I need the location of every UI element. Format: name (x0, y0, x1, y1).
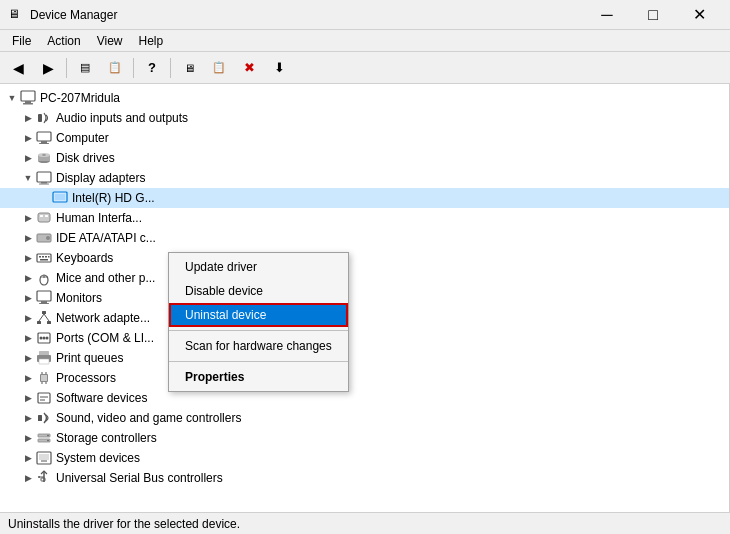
icon-storage (36, 430, 52, 446)
tree-item-storage[interactable]: ▶ Storage controllers (0, 428, 729, 448)
expand-print[interactable]: ▶ (20, 350, 36, 366)
expand-ports[interactable]: ▶ (20, 330, 36, 346)
tree-item-keyboards[interactable]: ▶ Keyboards (0, 248, 729, 268)
ctx-update-driver[interactable]: Update driver (169, 255, 348, 279)
svg-rect-33 (42, 311, 46, 314)
tree-label-root: PC-207Mridula (40, 91, 120, 105)
svg-rect-46 (41, 375, 47, 381)
tree-item-computer[interactable]: ▶ Computer (0, 128, 729, 148)
list-button[interactable]: ▤ (71, 55, 99, 81)
expand-sound[interactable]: ▶ (20, 410, 36, 426)
main-panel: ▼ PC-207Mridula ▶ Audio inputs and o (0, 84, 730, 512)
menu-view[interactable]: View (89, 32, 131, 50)
maximize-button[interactable]: □ (630, 0, 676, 30)
svg-rect-32 (39, 303, 49, 304)
tree-item-network[interactable]: ▶ Network adapte... (0, 308, 729, 328)
ctx-properties[interactable]: Properties (169, 365, 348, 389)
properties-button[interactable]: 📋 (101, 55, 129, 81)
tree-item-ide[interactable]: ▶ IDE ATA/ATAPI c... (0, 228, 729, 248)
svg-rect-5 (41, 141, 47, 143)
icon-processor (36, 370, 52, 386)
svg-rect-21 (37, 254, 51, 262)
expand-audio[interactable]: ▶ (20, 110, 36, 126)
device-tree[interactable]: ▼ PC-207Mridula ▶ Audio inputs and o (0, 84, 730, 512)
tree-label-ide: IDE ATA/ATAPI c... (56, 231, 156, 245)
tree-label-processors: Processors (56, 371, 116, 385)
tree-item-usb[interactable]: ▶ Universal Serial Bus controllers (0, 468, 729, 488)
tree-item-intel-gpu[interactable]: Intel(R) HD G... (0, 188, 729, 208)
expand-root[interactable]: ▼ (4, 90, 20, 106)
expand-display[interactable]: ▼ (20, 170, 36, 186)
icon-mouse (36, 270, 52, 286)
forward-button[interactable]: ▶ (34, 55, 62, 81)
icon-audio (36, 110, 52, 126)
svg-point-57 (47, 435, 49, 437)
svg-rect-18 (45, 215, 48, 217)
icon-ports (36, 330, 52, 346)
tree-item-monitors[interactable]: ▶ Monitors (0, 288, 729, 308)
tree-item-root[interactable]: ▼ PC-207Mridula (0, 88, 729, 108)
tree-label-hid: Human Interfa... (56, 211, 142, 225)
minimize-button[interactable]: ─ (584, 0, 630, 30)
tree-item-system[interactable]: ▶ System devices (0, 448, 729, 468)
expand-mice[interactable]: ▶ (20, 270, 36, 286)
tree-item-hid[interactable]: ▶ Human Interfa... (0, 208, 729, 228)
svg-rect-34 (37, 321, 41, 324)
ctx-scan[interactable]: Scan for hardware changes (169, 334, 348, 358)
svg-point-20 (46, 236, 50, 240)
tree-item-software[interactable]: ▶ Software devices (0, 388, 729, 408)
update-driver-toolbar-button[interactable]: 📋 (205, 55, 233, 81)
back-button[interactable]: ◀ (4, 55, 32, 81)
icon-computer (20, 90, 36, 106)
toolbar-separator-2 (133, 58, 134, 78)
tree-item-processors[interactable]: ▶ Processors (0, 368, 729, 388)
ctx-disable-device[interactable]: Disable device (169, 279, 348, 303)
tree-item-mice[interactable]: ▶ Mice and other p... (0, 268, 729, 288)
close-button[interactable]: ✕ (676, 0, 722, 30)
expand-processors[interactable]: ▶ (20, 370, 36, 386)
svg-rect-42 (39, 351, 49, 355)
help-button[interactable]: ? (138, 55, 166, 81)
scan-toolbar-button[interactable]: ⬇ (265, 55, 293, 81)
expand-hid[interactable]: ▶ (20, 210, 36, 226)
tree-item-ports[interactable]: ▶ Ports (COM & LI... (0, 328, 729, 348)
expand-disk[interactable]: ▶ (20, 150, 36, 166)
tree-label-keyboards: Keyboards (56, 251, 113, 265)
monitor-button[interactable]: 🖥 (175, 55, 203, 81)
expand-computer[interactable]: ▶ (20, 130, 36, 146)
expand-keyboards[interactable]: ▶ (20, 250, 36, 266)
expand-ide[interactable]: ▶ (20, 230, 36, 246)
expand-usb[interactable]: ▶ (20, 470, 36, 486)
svg-rect-4 (37, 132, 51, 141)
tree-item-disk[interactable]: ▶ Disk drives (0, 148, 729, 168)
menu-action[interactable]: Action (39, 32, 88, 50)
menu-file[interactable]: File (4, 32, 39, 50)
tree-label-software: Software devices (56, 391, 147, 405)
svg-rect-24 (45, 256, 47, 258)
tree-label-mice: Mice and other p... (56, 271, 155, 285)
icon-display (36, 170, 52, 186)
tree-item-audio[interactable]: ▶ Audio inputs and outputs (0, 108, 729, 128)
window-controls: ─ □ ✕ (584, 0, 722, 30)
uninstall-toolbar-button[interactable]: ✖ (235, 55, 263, 81)
svg-rect-44 (39, 359, 49, 364)
expand-monitors[interactable]: ▶ (20, 290, 36, 306)
tree-item-display[interactable]: ▼ Display adapters (0, 168, 729, 188)
menu-bar: File Action View Help (0, 30, 730, 52)
expand-storage[interactable]: ▶ (20, 430, 36, 446)
tree-label-intel-gpu: Intel(R) HD G... (72, 191, 155, 205)
ctx-uninstall-device[interactable]: Uninstal device (169, 303, 348, 327)
svg-rect-54 (38, 415, 42, 421)
svg-rect-23 (42, 256, 44, 258)
svg-rect-16 (38, 213, 50, 222)
tree-item-sound[interactable]: ▶ Sound, video and game controllers (0, 408, 729, 428)
icon-network (36, 310, 52, 326)
svg-rect-26 (40, 259, 48, 261)
expand-system[interactable]: ▶ (20, 450, 36, 466)
expand-software[interactable]: ▶ (20, 390, 36, 406)
menu-help[interactable]: Help (131, 32, 172, 50)
expand-network[interactable]: ▶ (20, 310, 36, 326)
tree-item-print[interactable]: ▶ Print queues (0, 348, 729, 368)
icon-system (36, 450, 52, 466)
window-title: Device Manager (30, 8, 117, 22)
